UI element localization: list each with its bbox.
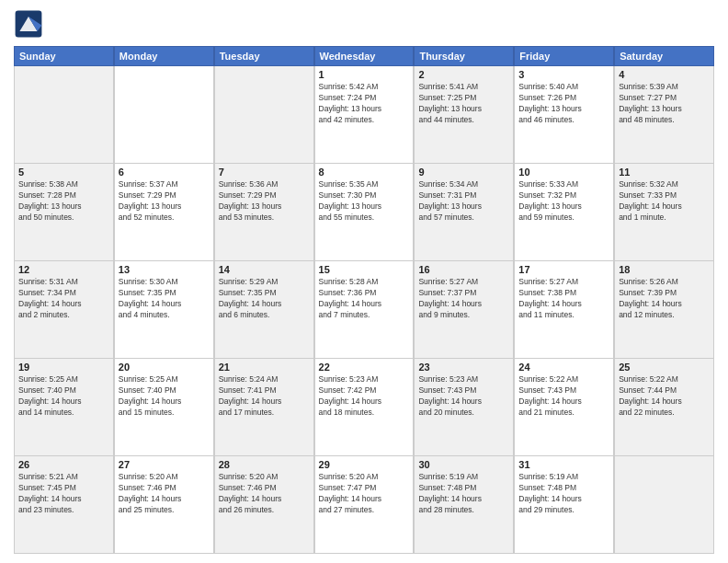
day-cell-31: 31Sunrise: 5:19 AMSunset: 7:48 PMDayligh… bbox=[514, 456, 614, 553]
day-number: 10 bbox=[518, 167, 609, 178]
day-number: 19 bbox=[18, 362, 109, 373]
day-cell-27: 27Sunrise: 5:20 AMSunset: 7:46 PMDayligh… bbox=[114, 456, 214, 553]
day-cell-9: 9Sunrise: 5:34 AMSunset: 7:31 PMDaylight… bbox=[414, 164, 514, 260]
day-info: Sunrise: 5:38 AMSunset: 7:28 PMDaylight:… bbox=[18, 179, 109, 224]
empty-cell bbox=[214, 66, 314, 163]
day-cell-4: 4Sunrise: 5:39 AMSunset: 7:27 PMDaylight… bbox=[614, 66, 714, 163]
day-info: Sunrise: 5:41 AMSunset: 7:25 PMDaylight:… bbox=[418, 82, 509, 126]
day-cell-7: 7Sunrise: 5:36 AMSunset: 7:29 PMDaylight… bbox=[214, 164, 314, 260]
header bbox=[14, 9, 714, 39]
day-cell-16: 16Sunrise: 5:27 AMSunset: 7:37 PMDayligh… bbox=[414, 261, 514, 358]
day-info: Sunrise: 5:21 AMSunset: 7:45 PMDaylight:… bbox=[18, 472, 109, 516]
day-info: Sunrise: 5:40 AMSunset: 7:26 PMDaylight:… bbox=[518, 82, 609, 126]
week-row-5: 26Sunrise: 5:21 AMSunset: 7:45 PMDayligh… bbox=[14, 456, 714, 554]
day-number: 15 bbox=[319, 264, 410, 275]
day-cell-15: 15Sunrise: 5:28 AMSunset: 7:36 PMDayligh… bbox=[314, 261, 415, 358]
day-info: Sunrise: 5:20 AMSunset: 7:46 PMDaylight:… bbox=[119, 472, 210, 516]
day-info: Sunrise: 5:22 AMSunset: 7:44 PMDaylight:… bbox=[619, 374, 710, 419]
day-number: 8 bbox=[319, 167, 410, 178]
day-cell-20: 20Sunrise: 5:25 AMSunset: 7:40 PMDayligh… bbox=[114, 359, 214, 455]
empty-cell bbox=[14, 66, 114, 163]
day-cell-22: 22Sunrise: 5:23 AMSunset: 7:42 PMDayligh… bbox=[314, 359, 415, 455]
day-cell-21: 21Sunrise: 5:24 AMSunset: 7:41 PMDayligh… bbox=[214, 359, 314, 455]
week-row-3: 12Sunrise: 5:31 AMSunset: 7:34 PMDayligh… bbox=[14, 261, 714, 359]
day-cell-28: 28Sunrise: 5:20 AMSunset: 7:46 PMDayligh… bbox=[214, 456, 314, 553]
day-cell-14: 14Sunrise: 5:29 AMSunset: 7:35 PMDayligh… bbox=[214, 261, 314, 358]
day-header-sunday: Sunday bbox=[14, 46, 114, 66]
day-number: 7 bbox=[219, 167, 310, 178]
day-info: Sunrise: 5:27 AMSunset: 7:38 PMDaylight:… bbox=[518, 277, 609, 321]
week-row-1: 1Sunrise: 5:42 AMSunset: 7:24 PMDaylight… bbox=[14, 66, 714, 164]
day-number: 14 bbox=[219, 264, 310, 275]
day-info: Sunrise: 5:19 AMSunset: 7:48 PMDaylight:… bbox=[518, 472, 609, 516]
empty-cell bbox=[114, 66, 214, 163]
day-cell-13: 13Sunrise: 5:30 AMSunset: 7:35 PMDayligh… bbox=[114, 261, 214, 358]
day-number: 6 bbox=[119, 167, 210, 178]
day-header-wednesday: Wednesday bbox=[314, 46, 415, 66]
day-cell-19: 19Sunrise: 5:25 AMSunset: 7:40 PMDayligh… bbox=[14, 359, 114, 455]
day-info: Sunrise: 5:34 AMSunset: 7:31 PMDaylight:… bbox=[418, 179, 509, 224]
day-header-saturday: Saturday bbox=[614, 46, 714, 66]
day-cell-25: 25Sunrise: 5:22 AMSunset: 7:44 PMDayligh… bbox=[614, 359, 714, 455]
day-info: Sunrise: 5:20 AMSunset: 7:47 PMDaylight:… bbox=[319, 472, 410, 516]
day-cell-23: 23Sunrise: 5:23 AMSunset: 7:43 PMDayligh… bbox=[414, 359, 514, 455]
day-cell-1: 1Sunrise: 5:42 AMSunset: 7:24 PMDaylight… bbox=[314, 66, 415, 163]
day-number: 23 bbox=[418, 362, 509, 373]
calendar: SundayMondayTuesdayWednesdayThursdayFrid… bbox=[14, 46, 714, 554]
day-number: 3 bbox=[518, 69, 609, 80]
day-info: Sunrise: 5:30 AMSunset: 7:35 PMDaylight:… bbox=[119, 277, 210, 321]
day-number: 13 bbox=[119, 264, 210, 275]
day-cell-24: 24Sunrise: 5:22 AMSunset: 7:43 PMDayligh… bbox=[514, 359, 614, 455]
day-info: Sunrise: 5:39 AMSunset: 7:27 PMDaylight:… bbox=[619, 82, 710, 126]
day-info: Sunrise: 5:26 AMSunset: 7:39 PMDaylight:… bbox=[619, 277, 710, 321]
day-number: 2 bbox=[418, 69, 509, 80]
day-info: Sunrise: 5:42 AMSunset: 7:24 PMDaylight:… bbox=[319, 82, 410, 126]
day-info: Sunrise: 5:19 AMSunset: 7:48 PMDaylight:… bbox=[418, 472, 509, 516]
day-number: 16 bbox=[418, 264, 509, 275]
day-info: Sunrise: 5:27 AMSunset: 7:37 PMDaylight:… bbox=[418, 277, 509, 321]
day-info: Sunrise: 5:35 AMSunset: 7:30 PMDaylight:… bbox=[319, 179, 410, 224]
calendar-body: 1Sunrise: 5:42 AMSunset: 7:24 PMDaylight… bbox=[14, 66, 714, 554]
empty-cell bbox=[614, 456, 714, 553]
logo-icon bbox=[14, 9, 43, 39]
week-row-2: 5Sunrise: 5:38 AMSunset: 7:28 PMDaylight… bbox=[14, 164, 714, 261]
day-number: 11 bbox=[619, 167, 710, 178]
day-info: Sunrise: 5:36 AMSunset: 7:29 PMDaylight:… bbox=[219, 179, 310, 224]
day-cell-8: 8Sunrise: 5:35 AMSunset: 7:30 PMDaylight… bbox=[314, 164, 415, 260]
day-info: Sunrise: 5:37 AMSunset: 7:29 PMDaylight:… bbox=[119, 179, 210, 224]
day-number: 24 bbox=[518, 362, 609, 373]
day-number: 28 bbox=[219, 459, 310, 470]
day-number: 31 bbox=[518, 459, 609, 470]
day-number: 4 bbox=[619, 69, 710, 80]
day-cell-10: 10Sunrise: 5:33 AMSunset: 7:32 PMDayligh… bbox=[514, 164, 614, 260]
day-number: 18 bbox=[619, 264, 710, 275]
day-info: Sunrise: 5:23 AMSunset: 7:42 PMDaylight:… bbox=[319, 374, 410, 419]
day-cell-26: 26Sunrise: 5:21 AMSunset: 7:45 PMDayligh… bbox=[14, 456, 114, 553]
day-number: 21 bbox=[219, 362, 310, 373]
day-number: 25 bbox=[619, 362, 710, 373]
day-header-thursday: Thursday bbox=[414, 46, 514, 66]
day-cell-17: 17Sunrise: 5:27 AMSunset: 7:38 PMDayligh… bbox=[514, 261, 614, 358]
day-number: 26 bbox=[18, 459, 109, 470]
day-cell-29: 29Sunrise: 5:20 AMSunset: 7:47 PMDayligh… bbox=[314, 456, 415, 553]
day-header-monday: Monday bbox=[114, 46, 214, 66]
day-number: 12 bbox=[18, 264, 109, 275]
week-row-4: 19Sunrise: 5:25 AMSunset: 7:40 PMDayligh… bbox=[14, 359, 714, 456]
day-cell-2: 2Sunrise: 5:41 AMSunset: 7:25 PMDaylight… bbox=[414, 66, 514, 163]
logo bbox=[14, 9, 47, 39]
day-number: 20 bbox=[119, 362, 210, 373]
day-info: Sunrise: 5:22 AMSunset: 7:43 PMDaylight:… bbox=[518, 374, 609, 419]
day-cell-5: 5Sunrise: 5:38 AMSunset: 7:28 PMDaylight… bbox=[14, 164, 114, 260]
day-number: 9 bbox=[418, 167, 509, 178]
day-cell-30: 30Sunrise: 5:19 AMSunset: 7:48 PMDayligh… bbox=[414, 456, 514, 553]
day-number: 30 bbox=[418, 459, 509, 470]
day-info: Sunrise: 5:29 AMSunset: 7:35 PMDaylight:… bbox=[219, 277, 310, 321]
day-info: Sunrise: 5:25 AMSunset: 7:40 PMDaylight:… bbox=[119, 374, 210, 419]
day-info: Sunrise: 5:32 AMSunset: 7:33 PMDaylight:… bbox=[619, 179, 710, 224]
day-info: Sunrise: 5:31 AMSunset: 7:34 PMDaylight:… bbox=[18, 277, 109, 321]
day-number: 1 bbox=[319, 69, 410, 80]
day-cell-6: 6Sunrise: 5:37 AMSunset: 7:29 PMDaylight… bbox=[114, 164, 214, 260]
day-cell-3: 3Sunrise: 5:40 AMSunset: 7:26 PMDaylight… bbox=[514, 66, 614, 163]
day-number: 5 bbox=[18, 167, 109, 178]
day-header-friday: Friday bbox=[514, 46, 614, 66]
